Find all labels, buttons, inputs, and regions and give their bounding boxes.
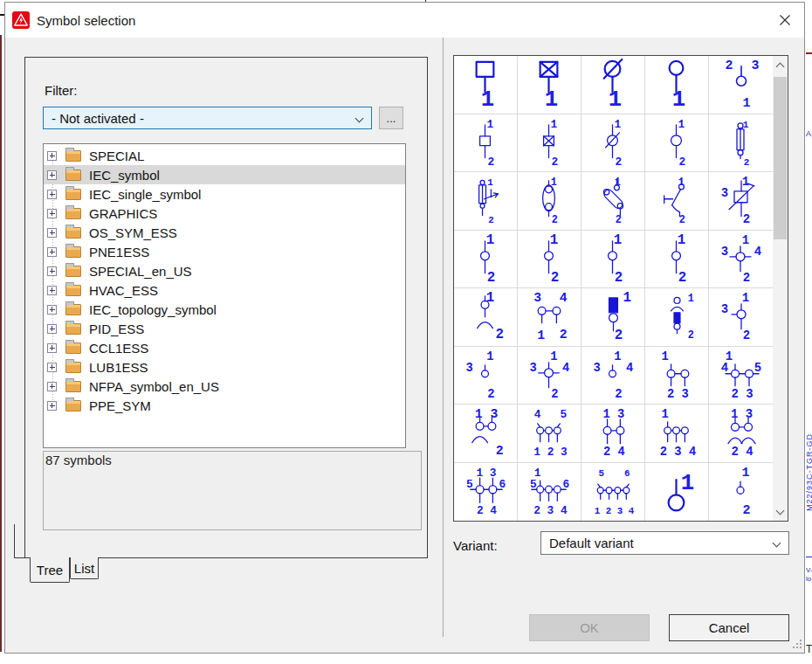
tree-item-label[interactable]: SPECIAL_en_US	[89, 264, 192, 279]
expand-plus-icon[interactable]	[47, 363, 57, 372]
symbol-socket-4way-2[interactable]: 3142	[518, 347, 581, 405]
symbol-socket-triple[interactable]: 451 2 3	[518, 405, 581, 463]
tree-item-NFPA_symbol_en_US[interactable]: NFPA_symbol_en_US	[44, 377, 405, 396]
tab-tree[interactable]: Tree	[30, 557, 70, 583]
expand-plus-icon[interactable]	[47, 286, 57, 295]
tree-item-label[interactable]: IEC_single_symbol	[89, 187, 201, 202]
symbol-socket-twin-updown[interactable]: 1 32 4	[581, 405, 645, 463]
tree-item-PPE_SYM[interactable]: PPE_SYM	[44, 396, 405, 415]
expand-plus-icon[interactable]	[47, 209, 57, 218]
tree-list[interactable]: SPECIALIEC_symbolIEC_single_symbolGRAPHI…	[43, 143, 406, 448]
tree-item-LUB1ESS[interactable]: LUB1ESS	[44, 357, 405, 377]
expand-plus-icon[interactable]	[47, 305, 57, 315]
expand-plus-icon[interactable]	[47, 170, 57, 180]
symbol-socket-quad[interactable]: 561 2 3 4	[581, 463, 645, 522]
variant-combobox[interactable]: Default variant	[540, 531, 789, 555]
tree-item-label[interactable]: LUB1ESS	[89, 360, 148, 375]
tree-item-label[interactable]: SPECIAL	[89, 149, 144, 163]
expand-plus-icon[interactable]	[47, 343, 57, 353]
symbol-plug-socket-pair[interactable]: 12	[645, 288, 709, 347]
symbol-inline-circle-slashed[interactable]: 12	[581, 114, 645, 173]
symbol-plug-square-crossed[interactable]: 1	[518, 56, 581, 114]
tree-item-label[interactable]: PNE1ESS	[89, 245, 149, 259]
symbol-socket-pin-up-small[interactable]: 12	[709, 463, 773, 522]
symbol-socket-outlet-4[interactable]: 12	[645, 231, 709, 289]
symbol-plug-circle[interactable]: 1	[645, 56, 709, 114]
symbol-switch-contact[interactable]: 12	[645, 172, 709, 231]
symbol-discharge-lamp[interactable]: 12	[518, 172, 581, 231]
symbol-socket-outlet-1[interactable]: 12	[454, 231, 518, 289]
ok-button[interactable]: OK	[529, 614, 650, 641]
symbol-socket-twin-earths[interactable]: 1 32 4	[709, 405, 773, 463]
symbol-socket-triple-up-sides[interactable]: 5162 3 4	[518, 463, 581, 522]
symbol-fuse[interactable]: 12	[709, 114, 773, 173]
symbol-inline-square[interactable]: 12	[454, 114, 518, 173]
cancel-button[interactable]: Cancel	[669, 614, 789, 641]
symbol-socket-twin-sides[interactable]: 4152 3	[709, 347, 773, 405]
tree-item-label[interactable]: OS_SYM_ESS	[89, 225, 177, 240]
expand-plus-icon[interactable]	[47, 324, 57, 334]
tree-item-PID_ESS[interactable]: PID_ESS	[44, 319, 405, 338]
symbol-inline-square-crossed[interactable]: 12	[518, 114, 581, 173]
splitter[interactable]	[443, 38, 445, 637]
expand-plus-icon[interactable]	[47, 151, 57, 161]
tree-item-label[interactable]: GRAPHICS	[89, 206, 157, 221]
tree-item-label[interactable]: HVAC_ESS	[89, 283, 158, 298]
symbol-socket-pin-3[interactable]: 312	[454, 347, 518, 405]
tree-item-IEC_single_symbol[interactable]: IEC_single_symbol	[44, 184, 405, 204]
tree-item-label[interactable]: PID_ESS	[89, 322, 144, 336]
symbol-socket-outlet-2[interactable]: 12	[518, 231, 581, 289]
scroll-up-button[interactable]	[773, 56, 788, 74]
filter-combobox[interactable]: - Not activated -	[43, 107, 372, 129]
tree-item-label[interactable]: PPE_SYM	[89, 398, 151, 413]
scrollbar-thumb[interactable]	[774, 77, 787, 239]
expand-plus-icon[interactable]	[47, 190, 57, 199]
symbol-grid-scrollbar[interactable]	[773, 55, 788, 522]
expand-plus-icon[interactable]	[47, 228, 57, 238]
tree-item-label[interactable]: CCL1ESS	[89, 341, 148, 356]
tree-item-IEC_topology_symbol[interactable]: IEC_topology_symbol	[44, 300, 405, 319]
symbol-plug-circle-slashed[interactable]: 1	[581, 56, 645, 114]
filter-browse-button[interactable]: ...	[379, 107, 403, 129]
tree-item-HVAC_ESS[interactable]: HVAC_ESS	[44, 280, 405, 300]
tree-item-SPECIAL[interactable]: SPECIAL	[44, 146, 405, 165]
symbol-circuit-breaker[interactable]: 12	[581, 172, 645, 231]
tree-item-CCL1ESS[interactable]: CCL1ESS	[44, 338, 405, 357]
resize-grip-icon[interactable]	[791, 640, 802, 650]
symbol-socket-pin-up[interactable]: 231	[709, 56, 773, 114]
close-button[interactable]	[771, 6, 799, 34]
symbol-socket-twin[interactable]: 12 3	[645, 347, 709, 405]
symbol-socket-3way[interactable]: 312	[709, 288, 773, 347]
tab-list[interactable]: List	[70, 557, 99, 579]
titlebar[interactable]: Symbol selection	[5, 3, 804, 38]
tree-item-OS_SYM_ESS[interactable]: OS_SYM_ESS	[44, 223, 405, 242]
expand-plus-icon[interactable]	[47, 247, 57, 257]
expand-plus-icon[interactable]	[47, 401, 57, 411]
tree-item-SPECIAL_en_US[interactable]: SPECIAL_en_US	[44, 261, 405, 280]
symbol-socket-pin-4[interactable]: 3142	[581, 347, 645, 405]
symbol-socket-twin-updown-sides[interactable]: 51 362 4	[454, 463, 518, 522]
expand-plus-icon[interactable]	[47, 266, 57, 276]
tree-item-IEC_symbol[interactable]: IEC_symbol	[44, 165, 405, 184]
symbol-socket-earth[interactable]: 12	[454, 288, 518, 347]
expand-plus-icon[interactable]	[47, 382, 57, 391]
symbol-socket-triple-up[interactable]: 12 3 4	[645, 405, 709, 463]
symbol-socket-outlet-3[interactable]: 12	[581, 231, 645, 289]
symbol-socket-twin-earth[interactable]: 1 32	[454, 405, 518, 463]
symbol-plug-circle-large[interactable]: 1	[645, 463, 709, 522]
symbol-plug-rect-socket[interactable]: 12	[581, 288, 645, 347]
symbol-socket-double-legs[interactable]: 3412	[518, 288, 581, 347]
symbol-fuse-disconnector[interactable]: 12	[454, 172, 518, 231]
symbol-plug-square[interactable]: 1	[454, 56, 518, 114]
svg-text:3: 3	[594, 360, 601, 374]
tree-item-label[interactable]: IEC_topology_symbol	[89, 302, 217, 317]
scroll-down-button[interactable]	[773, 502, 788, 521]
tree-item-label[interactable]: IEC_symbol	[89, 168, 160, 183]
symbol-inline-circle[interactable]: 12	[645, 114, 709, 173]
tree-item-PNE1ESS[interactable]: PNE1ESS	[44, 242, 405, 261]
symbol-socket-4way[interactable]: 3142	[709, 231, 773, 289]
tree-item-label[interactable]: NFPA_symbol_en_US	[89, 379, 219, 394]
symbol-varistor[interactable]: 312	[709, 172, 773, 231]
svg-text:3: 3	[530, 360, 537, 374]
tree-item-GRAPHICS[interactable]: GRAPHICS	[44, 204, 405, 223]
